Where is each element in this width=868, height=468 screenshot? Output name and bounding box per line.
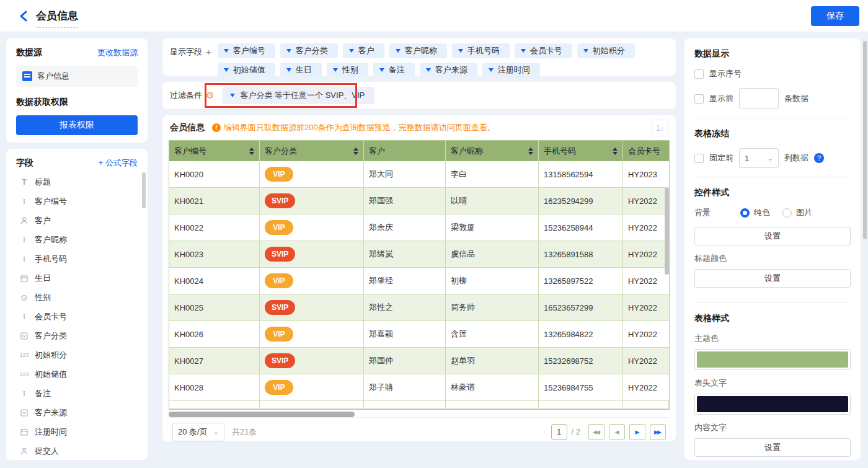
row-limit-input[interactable] [739,88,779,109]
table-row[interactable]: KH0027 SVIP 郑国仲 赵单羽 15232698752 HY2022 [169,348,669,374]
text-icon: I [19,196,30,206]
filter-condition-chip[interactable]: 客户分类 等于任意一个 SVIP、VIP [223,87,374,104]
current-page-input[interactable]: 1 [551,424,567,440]
display-field-chip[interactable]: 注册时间 [482,63,540,77]
field-item[interactable]: T I ⊙ 123 客户昵称 [6,230,148,249]
table-row[interactable]: KH0025 SVIP 郑性之 简务帅 16523657299 HY2022 [169,294,669,321]
field-item[interactable]: T I ⊙ 123 客户编号 [6,192,148,211]
page-scrollbar[interactable] [863,41,867,239]
chip-label: 会员卡号 [530,45,562,56]
display-field-chip[interactable]: 初始积分 [577,43,635,58]
field-item[interactable]: T I ⊙ 123 提交人 [6,441,148,460]
freeze-count-select[interactable]: 1 ⌄ [739,148,779,168]
field-item[interactable]: T I ⊙ 123 手机号码 [6,249,148,268]
table-row[interactable]: KH0023 SVIP 郑绪岚 虞信品 13265891588 HY2022 [169,241,669,268]
prev-page-button[interactable]: ◀ [609,424,625,440]
display-field-chip[interactable]: 客户昵称 [389,43,447,58]
display-field-chip[interactable]: 手机号码 [452,43,510,58]
column-header[interactable]: 客户昵称 [446,141,539,161]
table-row[interactable]: KH0024 VIP 郑肇经 初柳 13265897522 HY2022 [169,268,669,294]
column-header[interactable]: 客户分类 [260,141,364,161]
table-row[interactable]: KH0028 VIP 郑子聃 林豪谱 15236984755 HY2022 [169,374,669,401]
fields-scrollbar[interactable] [142,172,146,208]
last-page-button[interactable]: ▶▶ [650,424,666,440]
display-field-chip[interactable]: 客户来源 [420,63,477,77]
cell-customer: 郑大同 [364,161,446,187]
cell-card: HY2022 [623,321,669,347]
page-size-select[interactable]: 20 条/页 ⌄ [172,423,224,441]
cell-nickname: 虞信品 [446,241,539,267]
cell-code: KH0028 [169,374,260,400]
field-item[interactable]: T I ⊙ 123 客户来源 [6,403,148,422]
display-field-chip[interactable]: 客户编号 [218,43,275,58]
table-row[interactable]: KH0022 VIP 郑余庆 梁敦厦 15236258944 HY2022 [169,214,669,241]
cell-customer: 郑肇经 [364,268,446,294]
table-vertical-scrollbar[interactable] [665,188,669,275]
first-page-button[interactable]: ◀◀ [588,424,604,440]
solid-color-radio[interactable]: 纯色 [740,207,770,218]
chevron-down-icon [489,68,494,72]
tier-badge: SVIP [265,193,295,208]
title-color-set-button[interactable]: 设置 [694,269,851,288]
field-item[interactable]: T I ⊙ 123 初始储值 [6,364,148,384]
show-index-label: 显示序号 [709,68,742,79]
column-header[interactable]: 手机号码 [539,141,623,161]
cell-card: HY2022 [623,268,669,294]
add-field-icon[interactable]: + [206,46,211,57]
field-item[interactable]: T I ⊙ 123 客户分类 [6,326,148,345]
add-formula-field-link[interactable]: + 公式字段 [99,157,138,169]
theme-color-swatch[interactable] [694,349,851,370]
field-item[interactable]: T I ⊙ 123 初始积分 [6,345,148,364]
content-text-set-button[interactable]: 设置 [694,438,851,457]
field-label: 注册时间 [35,426,67,438]
table-row[interactable]: KH0020 VIP 郑大同 李白 13158562594 HY2023 [169,161,669,188]
sort-arrows-icon[interactable] [528,148,533,155]
table-row[interactable]: KH0021 SVIP 郑国强 以晴 16235294299 HY2022 [169,188,669,214]
background-set-button[interactable]: 设置 [694,227,851,245]
datasource-item[interactable]: 客户信息 [16,66,138,87]
column-header[interactable]: 会员卡号 [623,141,669,161]
header-text-swatch[interactable] [694,394,851,415]
display-field-chip[interactable]: 客户分类 [280,43,338,58]
field-item[interactable]: T I ⊙ 123 生日 [6,268,148,288]
field-item[interactable]: T I ⊙ 123 备注 [6,384,148,403]
sort-order-icon[interactable]: 1↓ [652,120,668,136]
change-datasource-link[interactable]: 更改数据源 [97,47,138,58]
chip-label: 性别 [342,64,358,76]
field-item[interactable]: T I ⊙ 123 客户 [6,211,148,230]
image-radio[interactable]: 图片 [782,207,812,218]
permission-heading: 数据获取权限 [16,97,138,108]
next-page-button[interactable]: ▶ [629,424,645,440]
gear-icon[interactable]: ⚙ [206,90,214,101]
chevron-down-icon [379,68,384,72]
freeze-checkbox[interactable] [694,154,704,163]
table-row[interactable]: KH0026 VIP 郑嘉颖 含莲 13265984822 HY2022 [169,321,669,348]
display-field-chip[interactable]: 初始储值 [218,63,275,77]
table-horizontal-scrollbar[interactable] [169,412,355,417]
display-field-chip[interactable]: 客户 [343,43,384,58]
field-item[interactable]: T I ⊙ 123 性别 [6,288,148,307]
sort-arrows-icon[interactable] [353,148,358,155]
column-header[interactable]: 客户 [364,141,446,161]
sort-arrows-icon[interactable] [249,148,254,155]
column-label: 客户分类 [265,146,297,157]
back-icon[interactable] [16,9,31,24]
display-field-chip[interactable]: 备注 [373,63,415,77]
column-header[interactable]: 客户编号 [169,141,260,161]
top-bar: 会员信息 保存 [0,0,868,32]
display-field-chip[interactable]: 生日 [280,63,322,77]
show-index-checkbox[interactable] [694,69,704,79]
help-icon[interactable]: ? [814,153,824,163]
tier-badge: SVIP [265,353,295,368]
sort-arrows-icon[interactable] [613,148,618,155]
fields-card: 字段 + 公式字段 T I ⊙ 123 标题 T I ⊙ 1 [6,149,148,460]
display-field-chip[interactable]: 性别 [327,63,368,77]
display-field-chip[interactable]: 会员卡号 [515,43,572,58]
show-first-checkbox[interactable] [694,94,704,104]
save-button[interactable]: 保存 [811,6,859,26]
chevron-down-icon [286,49,291,53]
field-item[interactable]: T I ⊙ 123 注册时间 [6,422,148,441]
report-permission-button[interactable]: 报表权限 [16,115,138,135]
field-item[interactable]: T I ⊙ 123 会员卡号 [6,307,148,326]
field-item[interactable]: T I ⊙ 123 标题 [6,172,148,192]
